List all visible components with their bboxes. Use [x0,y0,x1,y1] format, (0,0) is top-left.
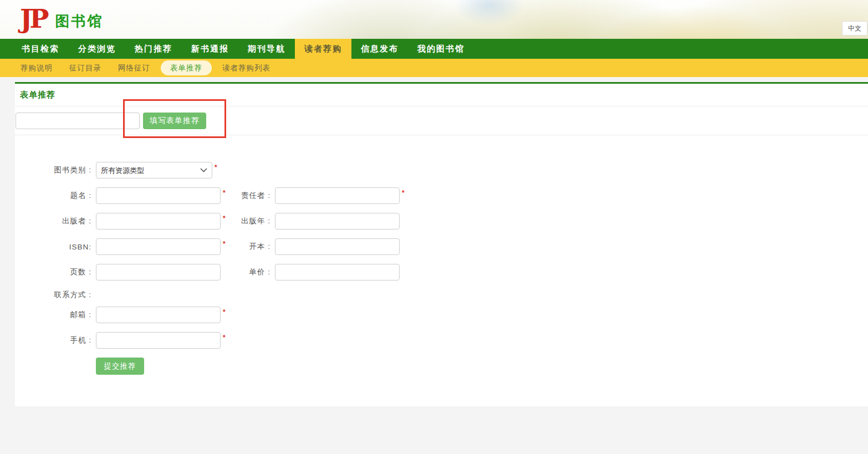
author-input[interactable] [275,187,400,204]
nav-item-info-publish[interactable]: 信息发布 [351,39,408,59]
required-asterisk: * [223,307,231,316]
subnav-item-online-order[interactable]: 网络征订 [110,59,159,77]
required-asterisk: * [402,187,410,197]
required-asterisk: * [215,162,222,171]
phone-label: 手机 : [15,335,91,345]
required-asterisk: * [223,332,231,341]
required-asterisk: * [223,238,231,248]
page-title: 表单推荐 [20,90,55,100]
search-input[interactable] [16,113,140,129]
format-input[interactable] [275,238,400,255]
nav-item-category-browse[interactable]: 分类浏览 [69,39,125,59]
recommend-form: 图书类别 : 所有资源类型 * 题名 : * 责任者 : * 出版者 : * [15,135,868,375]
price-input[interactable] [275,264,400,280]
category-select[interactable]: 所有资源类型 [96,162,212,178]
form-row-contact: 联系方式 : [15,289,868,300]
required-asterisk [223,264,231,266]
required-asterisk [402,264,410,266]
publisher-label: 出版者 : [15,216,91,226]
email-label: 邮箱 : [15,310,91,320]
title-input[interactable] [96,187,221,204]
subnav-item-order-catalog[interactable]: 征订目录 [61,59,110,77]
required-asterisk: * [223,213,231,222]
contact-label: 联系方式 : [15,290,91,300]
form-row-pages-price: 页数 : 单价 : [15,264,868,280]
required-asterisk [402,238,410,240]
price-label: 单价 : [231,267,275,277]
logo-jp-mark: JP [20,3,47,34]
pages-label: 页数 : [15,267,91,277]
category-select-wrap: 所有资源类型 [96,162,212,178]
nav-item-journal-nav[interactable]: 期刊导航 [238,39,295,59]
form-row-email: 邮箱 : * [15,307,868,323]
site-title: 图书馆 [55,12,104,31]
required-asterisk: * [223,187,231,197]
pages-input[interactable] [96,264,221,280]
logo[interactable]: JP 图书馆 [20,3,104,34]
language-button[interactable]: 中文 [842,21,867,35]
phone-field[interactable] [96,332,221,349]
publisher-input[interactable] [96,213,221,229]
form-row-phone: 手机 : * [15,332,868,349]
isbn-label: ISBN: [15,243,91,251]
form-row-publisher-pubyear: 出版者 : * 出版年 : [15,213,868,229]
nav-item-my-library[interactable]: 我的图书馆 [408,39,474,59]
form-row-title-author: 题名 : * 责任者 : * [15,187,868,204]
pubyear-label: 出版年 : [231,216,275,226]
sub-nav: 荐购说明 征订目录 网络征订 表单推荐 读者荐购列表 [0,59,868,77]
title-label: 题名 : [15,191,91,201]
pubyear-input[interactable] [275,213,400,229]
required-asterisk [402,213,410,215]
nav-item-reader-recommend[interactable]: 读者荐购 [295,39,351,59]
fill-form-button[interactable]: 填写表单推荐 [143,113,206,129]
toolbar-row: 填写表单推荐 [15,106,868,135]
nav-item-new-books[interactable]: 新书通报 [182,39,238,59]
email-field[interactable] [96,307,221,323]
content-panel: 表单推荐 填写表单推荐 图书类别 : 所有资源类型 * 题名 : * 责任者 : [15,82,868,406]
form-row-category: 图书类别 : 所有资源类型 * [15,162,868,178]
main-nav: 书目检索 分类浏览 热门推荐 新书通报 期刊导航 读者荐购 信息发布 我的图书馆 [0,39,868,59]
nav-item-hot-recommend[interactable]: 热门推荐 [125,39,182,59]
category-label: 图书类别 : [15,165,91,175]
submit-recommend-button[interactable]: 提交推荐 [96,358,144,375]
nav-item-catalog-search[interactable]: 书目检索 [12,39,69,59]
panel-title-row: 表单推荐 [15,84,868,106]
isbn-input[interactable] [96,238,221,255]
form-row-isbn-format: ISBN: * 开本 : [15,238,868,255]
subnav-item-form-recommend[interactable]: 表单推荐 [161,60,212,75]
format-label: 开本 : [231,242,275,252]
subnav-item-recommend-instructions[interactable]: 荐购说明 [12,59,61,77]
subnav-item-reader-recommend-list[interactable]: 读者荐购列表 [214,59,279,77]
author-label: 责任者 : [231,191,275,201]
page-header: JP 图书馆 中文 [0,0,868,39]
